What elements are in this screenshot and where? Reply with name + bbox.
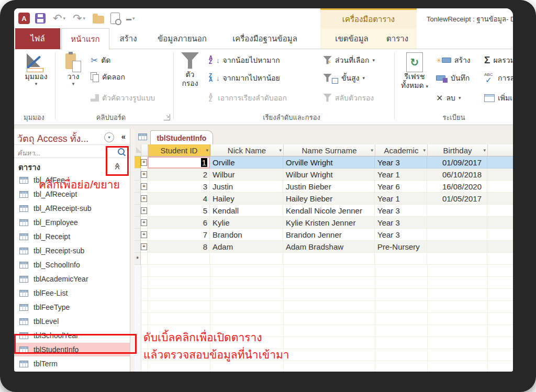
sort-descending-button[interactable]: ZA↓ จากมากไปหาน้อย bbox=[209, 72, 280, 84]
record-selector[interactable] bbox=[135, 241, 141, 253]
record-selector[interactable] bbox=[135, 205, 141, 217]
cell-empty[interactable] bbox=[487, 169, 513, 181]
column-header-nick-name[interactable]: Nick Name▾ bbox=[210, 144, 284, 156]
expand-plus-icon[interactable]: + bbox=[141, 231, 147, 238]
nav-search-box[interactable]: ค้นหา... bbox=[14, 144, 130, 158]
save-record-button[interactable]: บันทึก bbox=[436, 72, 470, 84]
expander-cell[interactable]: + bbox=[141, 241, 148, 253]
cell-nick[interactable]: Kendall bbox=[210, 205, 283, 217]
tab-file[interactable]: ไฟล์ bbox=[15, 28, 60, 49]
cell-name[interactable]: Wilbur Wright bbox=[283, 169, 375, 181]
view-button[interactable]: มุมมอง ▾ bbox=[21, 52, 51, 86]
nav-item[interactable]: tblLevel bbox=[14, 315, 130, 328]
document-tab[interactable]: tblStudentInfo bbox=[150, 130, 213, 145]
table-row[interactable]: + 5 Kendall Kendall Nicole Jenner Year 3 bbox=[135, 205, 513, 217]
cell-id[interactable] bbox=[148, 253, 210, 265]
format-painter-button[interactable]: ตัวคัดวางรูปแบบ bbox=[91, 92, 155, 104]
nav-item[interactable]: tbl_SchoolInfo bbox=[14, 258, 130, 272]
table-row[interactable]: + 2 Wilbur Wilbur Wright Year 1 06/10/20… bbox=[135, 169, 513, 181]
cell-id[interactable]: 5 bbox=[148, 205, 210, 217]
save-icon[interactable] bbox=[35, 12, 46, 25]
expand-plus-icon[interactable]: + bbox=[141, 243, 147, 250]
cell-academic[interactable]: Year 1 bbox=[375, 193, 427, 205]
table-row[interactable]: + 7 Brandon Brandon Jenner Year 3 bbox=[135, 229, 513, 241]
nav-item[interactable]: tbl_Receipt-sub bbox=[14, 244, 130, 257]
column-header-academic[interactable]: Academic▾ bbox=[375, 144, 428, 156]
cell-birthday[interactable] bbox=[427, 217, 487, 229]
delete-record-button[interactable]: ✕ลบ▾ bbox=[436, 92, 461, 104]
refresh-all-button[interactable]: ↻ รีเฟรช ทั้งหมด ▾ bbox=[398, 52, 431, 91]
record-selector[interactable] bbox=[135, 169, 141, 181]
paste-button[interactable]: วาง ▾ bbox=[61, 52, 85, 86]
cell-nick[interactable]: Orville bbox=[210, 156, 283, 169]
cell-empty[interactable] bbox=[487, 241, 513, 253]
cell-empty[interactable] bbox=[487, 193, 513, 205]
cell-academic[interactable]: Year 3 bbox=[375, 205, 427, 217]
toggle-filter-button[interactable]: สลับตัวกรอง bbox=[323, 92, 374, 104]
cell-id[interactable]: 8 bbox=[148, 241, 210, 253]
tab-fields[interactable]: เขตข้อมูล bbox=[327, 28, 376, 49]
expander-cell[interactable]: + bbox=[141, 156, 148, 169]
shutter-bar-icon[interactable]: « bbox=[121, 132, 126, 141]
cell-empty[interactable] bbox=[487, 253, 513, 265]
cell-nick[interactable]: Hailey bbox=[210, 193, 283, 205]
table-row[interactable]: + 1 Orville Orville Wright Year 3 01/09/… bbox=[135, 156, 513, 169]
expand-plus-icon[interactable]: + bbox=[141, 219, 147, 226]
cell-empty[interactable] bbox=[487, 181, 513, 193]
cell-academic[interactable]: Year 3 bbox=[375, 217, 427, 229]
cell-name[interactable]: Orville Wright bbox=[283, 156, 375, 169]
cell-birthday[interactable] bbox=[427, 241, 487, 253]
nav-item[interactable]: tbl_Employee bbox=[14, 216, 130, 229]
select-all-corner[interactable] bbox=[135, 144, 141, 156]
nav-item[interactable]: tbl_AfReceipt-sub bbox=[14, 201, 130, 215]
cell-birthday[interactable] bbox=[427, 205, 487, 217]
nav-item[interactable]: tbl_AfFee bbox=[14, 173, 130, 187]
cut-button[interactable]: ✂ตัด bbox=[91, 54, 110, 66]
cell-name[interactable]: Adam Bradshaw bbox=[283, 241, 375, 253]
expander-cell[interactable]: + bbox=[141, 193, 148, 205]
cell-name[interactable]: Hailey Bieber bbox=[283, 193, 375, 205]
tab-database-tools[interactable]: เครื่องมือฐานข้อมูล bbox=[219, 28, 310, 49]
filter-button[interactable]: ตัว กรอง bbox=[177, 52, 203, 88]
nav-item[interactable]: tblFee-List bbox=[14, 286, 130, 300]
expand-plus-icon[interactable]: + bbox=[141, 207, 147, 214]
clipboard-dialog-launcher[interactable]: ↘ bbox=[164, 114, 170, 120]
cell-academic[interactable]: Year 1 bbox=[375, 169, 427, 181]
cell-name[interactable]: Kylie Kristen Jenner bbox=[283, 217, 375, 229]
remove-sort-button[interactable]: AZ เอาการเรียงลำดับออก bbox=[209, 92, 287, 104]
nav-item[interactable]: tblSchoolYear bbox=[14, 329, 130, 342]
record-selector[interactable] bbox=[135, 181, 141, 193]
collapse-section-icon[interactable]: ≪ bbox=[114, 163, 122, 170]
nav-section-tables[interactable]: ตาราง bbox=[18, 161, 40, 174]
cell-academic[interactable]: Pre-Nursery bbox=[375, 241, 427, 253]
expander-cell[interactable]: + bbox=[141, 205, 148, 217]
expand-plus-icon[interactable]: + bbox=[141, 183, 147, 190]
cell-empty[interactable] bbox=[487, 205, 513, 217]
cell-id[interactable]: 2 bbox=[148, 169, 210, 181]
expand-plus-icon[interactable]: + bbox=[141, 171, 147, 178]
cell-academic[interactable] bbox=[375, 253, 427, 265]
nav-item[interactable]: tbl_AfReceipt bbox=[14, 187, 130, 201]
cell-birthday[interactable]: 06/10/2018 bbox=[427, 169, 487, 181]
nav-item[interactable]: tblAcademicYear bbox=[14, 272, 130, 286]
expander-cell[interactable]: + bbox=[141, 217, 148, 229]
expand-plus-icon[interactable]: + bbox=[141, 159, 147, 166]
column-header-student-id[interactable]: Student ID▾ bbox=[148, 144, 210, 156]
cell-birthday[interactable] bbox=[427, 253, 487, 265]
cell-id[interactable]: 3 bbox=[148, 181, 210, 193]
table-row[interactable]: + 3 Justin Justin Bieber Year 6 16/08/20… bbox=[135, 181, 513, 193]
expander-cell[interactable]: + bbox=[141, 181, 148, 193]
expand-plus-icon[interactable]: + bbox=[141, 195, 147, 202]
spelling-button[interactable]: ABC✓การสะกด bbox=[484, 72, 513, 84]
cell-name[interactable]: Kendall Nicole Jenner bbox=[283, 205, 375, 217]
print-preview-icon[interactable] bbox=[110, 12, 120, 25]
expander-cell[interactable]: + bbox=[141, 229, 148, 241]
cell-nick[interactable]: Brandon bbox=[210, 229, 283, 241]
cell-empty[interactable] bbox=[487, 156, 513, 169]
expander-cell[interactable]: + bbox=[141, 169, 148, 181]
cell-birthday[interactable]: 01/09/2017 bbox=[427, 156, 487, 169]
cell-nick[interactable]: Adam bbox=[210, 241, 283, 253]
advanced-filter-button[interactable]: ขั้นสูง▾ bbox=[323, 72, 365, 84]
cell-name[interactable]: Justin Bieber bbox=[283, 181, 375, 193]
record-selector[interactable] bbox=[135, 156, 141, 169]
